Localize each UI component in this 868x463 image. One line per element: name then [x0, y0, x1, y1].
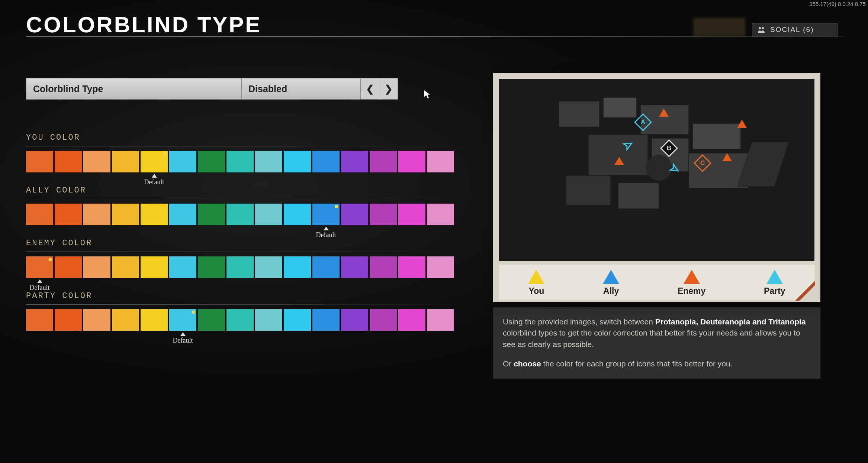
- color-swatch[interactable]: [169, 309, 196, 331]
- triangle-icon: [766, 270, 783, 284]
- title-divider: [26, 36, 844, 37]
- color-swatch[interactable]: [312, 151, 340, 172]
- color-swatch[interactable]: [226, 151, 254, 172]
- desc-text: Or: [503, 359, 514, 368]
- chevron-right-icon: ❯: [385, 83, 393, 95]
- cursor-icon: [423, 89, 431, 100]
- color-swatch[interactable]: [226, 309, 254, 331]
- preview-card: ABC YouAllyEnemyParty: [493, 73, 820, 302]
- color-swatch[interactable]: [112, 204, 139, 225]
- color-swatch[interactable]: [427, 309, 454, 331]
- swatch-row: Default: [26, 204, 487, 225]
- color-swatch[interactable]: [141, 309, 168, 331]
- default-marker: Default: [26, 279, 53, 292]
- color-swatch[interactable]: [112, 151, 139, 172]
- color-swatch[interactable]: [112, 309, 139, 331]
- color-section-you: YOU COLORDefault: [26, 133, 487, 172]
- color-swatch[interactable]: [255, 204, 282, 225]
- color-swatch[interactable]: [26, 204, 53, 225]
- party-marker-icon: [670, 164, 679, 173]
- color-swatch[interactable]: [427, 204, 454, 225]
- color-swatch[interactable]: [341, 151, 368, 172]
- color-swatch[interactable]: [370, 309, 397, 331]
- color-swatch[interactable]: [255, 309, 282, 331]
- color-swatch[interactable]: [398, 204, 425, 225]
- color-swatch[interactable]: [284, 151, 311, 172]
- triangle-icon: [528, 270, 544, 284]
- color-swatch[interactable]: [55, 256, 82, 278]
- enemy-marker-icon: [614, 157, 624, 165]
- legend-item-you: You: [528, 270, 544, 296]
- color-swatch[interactable]: [398, 309, 425, 331]
- color-swatch[interactable]: [198, 151, 225, 172]
- color-swatch[interactable]: [341, 256, 368, 278]
- player-card[interactable]: [693, 18, 745, 36]
- svg-point-1: [762, 27, 764, 29]
- triangle-icon: [603, 270, 619, 284]
- color-swatch[interactable]: [255, 256, 282, 278]
- social-button[interactable]: SOCIAL (6): [752, 23, 838, 36]
- color-swatch[interactable]: [398, 256, 425, 278]
- color-swatch[interactable]: [255, 151, 282, 172]
- minimap-preview: ABC: [499, 79, 814, 261]
- section-divider: [26, 146, 487, 146]
- swatch-row: Default: [26, 309, 487, 331]
- color-swatch[interactable]: [312, 256, 340, 278]
- color-swatch[interactable]: [341, 204, 368, 225]
- page-title: COLORBLIND TYPE: [26, 12, 261, 38]
- color-swatch[interactable]: [284, 204, 311, 225]
- color-swatch[interactable]: [55, 309, 82, 331]
- social-icon: [758, 26, 765, 33]
- color-swatch[interactable]: [370, 204, 397, 225]
- color-swatch[interactable]: [83, 151, 110, 172]
- color-swatch[interactable]: [284, 256, 311, 278]
- color-swatch[interactable]: [169, 256, 196, 278]
- color-swatch[interactable]: [370, 151, 397, 172]
- chevron-left-icon: ❮: [366, 83, 374, 95]
- color-swatch[interactable]: [312, 309, 340, 331]
- enemy-marker-icon: [722, 153, 732, 161]
- color-swatch[interactable]: [198, 309, 225, 331]
- color-swatch[interactable]: [198, 256, 225, 278]
- color-section-enemy: ENEMY COLORDefault: [26, 239, 487, 278]
- color-swatch[interactable]: [226, 256, 254, 278]
- color-swatch[interactable]: [427, 256, 454, 278]
- color-swatch[interactable]: [427, 151, 454, 172]
- social-label: SOCIAL (6): [770, 26, 814, 34]
- color-swatch[interactable]: [26, 151, 53, 172]
- color-swatch[interactable]: [198, 204, 225, 225]
- legend-label: Party: [764, 286, 785, 296]
- color-swatch[interactable]: [83, 204, 110, 225]
- color-swatch[interactable]: [55, 151, 82, 172]
- section-divider: [26, 304, 487, 305]
- color-swatch[interactable]: [83, 256, 110, 278]
- enemy-marker-icon: [737, 120, 747, 128]
- color-swatch[interactable]: [83, 309, 110, 331]
- color-swatch[interactable]: [226, 204, 254, 225]
- color-swatch[interactable]: [141, 256, 168, 278]
- desc-bold: choose: [514, 359, 541, 368]
- color-swatch[interactable]: [26, 309, 53, 331]
- colorblind-prev-button[interactable]: ❮: [361, 78, 379, 100]
- legend-label: Enemy: [678, 286, 705, 296]
- color-swatch[interactable]: [398, 151, 425, 172]
- color-swatch[interactable]: [55, 204, 82, 225]
- color-swatch[interactable]: [169, 204, 196, 225]
- swatch-row: Default: [26, 256, 487, 278]
- color-section-ally: ALLY COLORDefault: [26, 186, 487, 225]
- color-swatch[interactable]: [370, 256, 397, 278]
- color-swatch[interactable]: [312, 204, 340, 225]
- color-swatch[interactable]: [26, 256, 53, 278]
- color-swatch[interactable]: [141, 151, 168, 172]
- color-swatch[interactable]: [141, 204, 168, 225]
- default-marker: Default: [169, 332, 196, 344]
- color-swatch[interactable]: [341, 309, 368, 331]
- colorblind-type-label: Colorblind Type: [26, 78, 242, 100]
- colorblind-type-value[interactable]: Disabled: [242, 78, 361, 100]
- colorblind-next-button[interactable]: ❯: [379, 78, 398, 100]
- color-swatch[interactable]: [284, 309, 311, 331]
- legend-item-enemy: Enemy: [678, 270, 705, 296]
- color-swatch[interactable]: [169, 151, 196, 172]
- color-swatch[interactable]: [112, 256, 139, 278]
- desc-text: the color for each group of icons that f…: [541, 359, 733, 368]
